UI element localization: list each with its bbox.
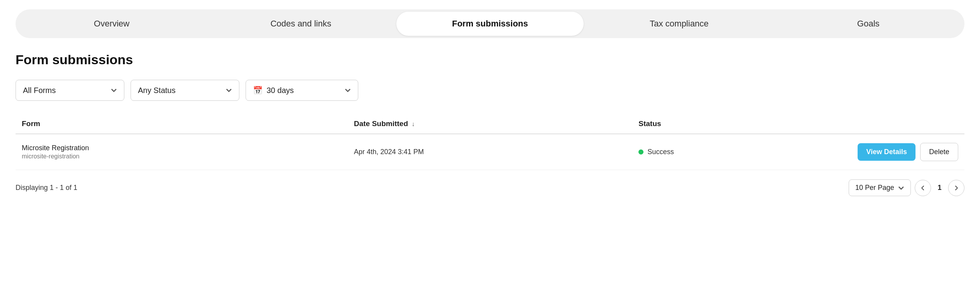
any-status-label: Any Status — [138, 86, 176, 95]
tab-navigation: Overview Codes and links Form submission… — [16, 9, 964, 38]
status-cell: Success — [638, 148, 816, 156]
cell-date-submitted: Apr 4th, 2024 3:41 PM — [348, 134, 633, 170]
status-label: Success — [647, 148, 674, 156]
col-header-form: Form — [16, 115, 348, 134]
next-page-button[interactable] — [948, 180, 964, 196]
date-range-dropdown[interactable]: 📅 30 days — [246, 80, 358, 101]
submissions-table: Form Date Submitted ↓ Status Microsite R… — [16, 115, 964, 170]
cell-form: Microsite Registration microsite-registr… — [16, 134, 348, 170]
tab-form-submissions[interactable]: Form submissions — [396, 12, 584, 36]
all-forms-label: All Forms — [23, 86, 56, 95]
table-row: Microsite Registration microsite-registr… — [16, 134, 964, 170]
any-status-chevron-icon — [226, 87, 232, 93]
pagination-right: 10 Per Page 1 — [849, 179, 964, 196]
date-range-label: 📅 30 days — [253, 86, 294, 95]
prev-page-icon — [920, 185, 926, 191]
cell-status: Success — [632, 134, 822, 170]
form-slug: microsite-registration — [22, 153, 342, 160]
next-page-icon — [954, 185, 959, 191]
tab-goals[interactable]: Goals — [774, 12, 962, 36]
form-name: Microsite Registration — [22, 144, 342, 152]
sort-icon: ↓ — [412, 121, 415, 128]
table-header-row: Form Date Submitted ↓ Status — [16, 115, 964, 134]
view-details-button[interactable]: View Details — [858, 143, 915, 161]
col-header-date-submitted: Date Submitted ↓ — [348, 115, 633, 134]
tab-codes-and-links[interactable]: Codes and links — [207, 12, 395, 36]
current-page-number: 1 — [935, 184, 944, 192]
date-range-chevron-icon — [345, 87, 351, 93]
all-forms-chevron-icon — [111, 87, 117, 93]
per-page-label: 10 Per Page — [855, 184, 894, 192]
page-wrapper: Overview Codes and links Form submission… — [0, 0, 980, 212]
tab-tax-compliance[interactable]: Tax compliance — [585, 12, 773, 36]
table-body: Microsite Registration microsite-registr… — [16, 134, 964, 170]
table-header: Form Date Submitted ↓ Status — [16, 115, 964, 134]
cell-actions: View Details Delete — [822, 134, 964, 170]
prev-page-button[interactable] — [915, 180, 931, 196]
per-page-chevron-icon — [898, 185, 904, 191]
tab-overview[interactable]: Overview — [18, 12, 206, 36]
per-page-dropdown[interactable]: 10 Per Page — [849, 179, 911, 196]
calendar-icon: 📅 — [253, 86, 263, 95]
delete-button[interactable]: Delete — [920, 143, 958, 161]
filters-row: All Forms Any Status 📅 30 days — [16, 80, 964, 101]
actions-cell: View Details Delete — [828, 143, 958, 161]
all-forms-dropdown[interactable]: All Forms — [16, 80, 124, 101]
col-header-status: Status — [632, 115, 822, 134]
display-info: Displaying 1 - 1 of 1 — [16, 184, 77, 192]
page-title: Form submissions — [16, 52, 964, 67]
any-status-dropdown[interactable]: Any Status — [131, 80, 239, 101]
table-footer: Displaying 1 - 1 of 1 10 Per Page 1 — [16, 179, 964, 196]
col-header-actions — [822, 115, 964, 134]
status-dot-success — [638, 149, 643, 155]
